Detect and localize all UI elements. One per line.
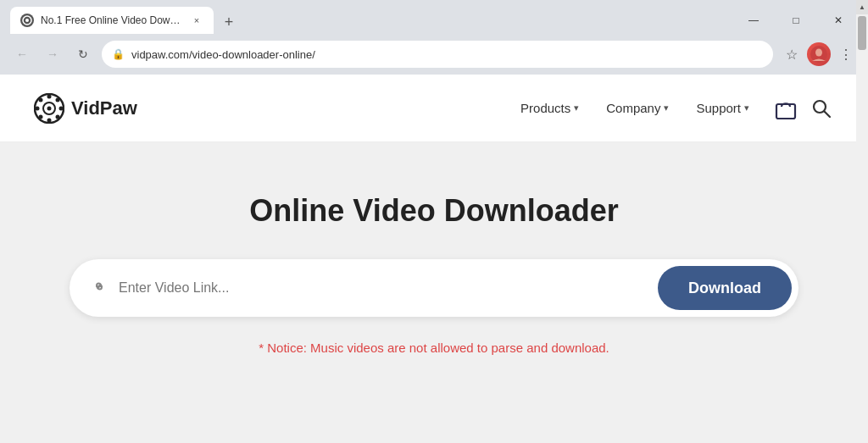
- tab-close-button[interactable]: ×: [190, 14, 203, 27]
- nav-support-label: Support: [696, 101, 741, 115]
- scroll-up-button[interactable]: ▲: [856, 0, 868, 14]
- search-button[interactable]: [809, 96, 834, 121]
- tab-title: No.1 Free Online Video Downloa...: [41, 14, 183, 26]
- forward-button[interactable]: →: [41, 42, 64, 66]
- refresh-button[interactable]: ↻: [71, 42, 95, 66]
- scroll-thumb[interactable]: [858, 16, 866, 50]
- svg-line-17: [825, 111, 831, 117]
- nav-actions: [773, 96, 834, 121]
- site-nav: VidPaw Products ▾ Company ▾ Support ▾: [0, 75, 868, 142]
- svg-point-11: [39, 97, 43, 102]
- menu-icon: ⋮: [839, 47, 853, 63]
- url-text: vidpaw.com/video-downloader-online/: [131, 48, 763, 61]
- svg-point-7: [47, 94, 52, 98]
- svg-point-9: [36, 106, 40, 110]
- search-bar: Download: [70, 259, 798, 317]
- nav-support[interactable]: Support ▾: [686, 94, 760, 122]
- website-content: VidPaw Products ▾ Company ▾ Support ▾: [0, 75, 868, 389]
- menu-button[interactable]: ⋮: [834, 42, 858, 66]
- svg-point-8: [47, 118, 52, 122]
- shopping-bag-button[interactable]: [773, 96, 798, 121]
- company-chevron-icon: ▾: [664, 102, 669, 114]
- tab-favicon: [20, 14, 34, 27]
- svg-rect-15: [776, 104, 795, 119]
- url-bar[interactable]: 🔒 vidpaw.com/video-downloader-online/: [102, 41, 773, 68]
- shopping-bag-icon: [773, 96, 798, 121]
- window-controls: — □ ✕: [734, 7, 858, 34]
- browser-tab[interactable]: No.1 Free Online Video Downloa... ×: [10, 7, 214, 34]
- toolbar-icons: ☆ ⋮: [780, 42, 858, 66]
- video-link-input[interactable]: [119, 280, 658, 296]
- profile-avatar[interactable]: [807, 42, 831, 66]
- address-bar: ← → ↻ 🔒 vidpaw.com/video-downloader-onli…: [0, 34, 868, 75]
- bookmark-icon: ☆: [786, 47, 798, 63]
- nav-products-label: Products: [520, 101, 570, 115]
- nav-links: Products ▾ Company ▾ Support ▾: [510, 94, 760, 122]
- link-icon: [90, 277, 108, 300]
- back-button[interactable]: ←: [10, 42, 34, 66]
- svg-point-14: [39, 114, 43, 119]
- logo-film-icon: [34, 93, 64, 124]
- title-bar: No.1 Free Online Video Downloa... × + — …: [0, 0, 868, 34]
- products-chevron-icon: ▾: [574, 102, 579, 114]
- svg-point-13: [56, 97, 60, 102]
- download-button[interactable]: Download: [658, 266, 792, 310]
- nav-company-label: Company: [606, 101, 660, 115]
- svg-point-3: [815, 49, 822, 57]
- hero-section: Online Video Downloader Download * Notic…: [0, 142, 868, 389]
- scrollbar[interactable]: ▲ ▼: [856, 0, 868, 389]
- nav-company[interactable]: Company ▾: [596, 94, 679, 122]
- search-icon: [809, 96, 834, 121]
- tab-area: No.1 Free Online Video Downloa... × +: [10, 7, 734, 34]
- svg-point-12: [56, 114, 60, 119]
- site-logo[interactable]: VidPaw: [34, 93, 137, 124]
- notice-text: * Notice: Music videos are not allowed t…: [259, 341, 609, 355]
- maximize-button[interactable]: □: [776, 7, 815, 34]
- svg-point-6: [47, 106, 52, 110]
- svg-point-1: [25, 19, 29, 22]
- nav-products[interactable]: Products ▾: [510, 94, 589, 122]
- close-button[interactable]: ✕: [819, 7, 858, 34]
- support-chevron-icon: ▾: [744, 102, 749, 114]
- bookmark-button[interactable]: ☆: [780, 42, 804, 66]
- logo-text: VidPaw: [71, 97, 137, 119]
- minimize-button[interactable]: —: [734, 7, 773, 34]
- hero-title: Online Video Downloader: [249, 193, 618, 229]
- lock-icon: 🔒: [112, 48, 125, 60]
- svg-point-10: [59, 106, 64, 110]
- new-tab-button[interactable]: +: [217, 10, 241, 34]
